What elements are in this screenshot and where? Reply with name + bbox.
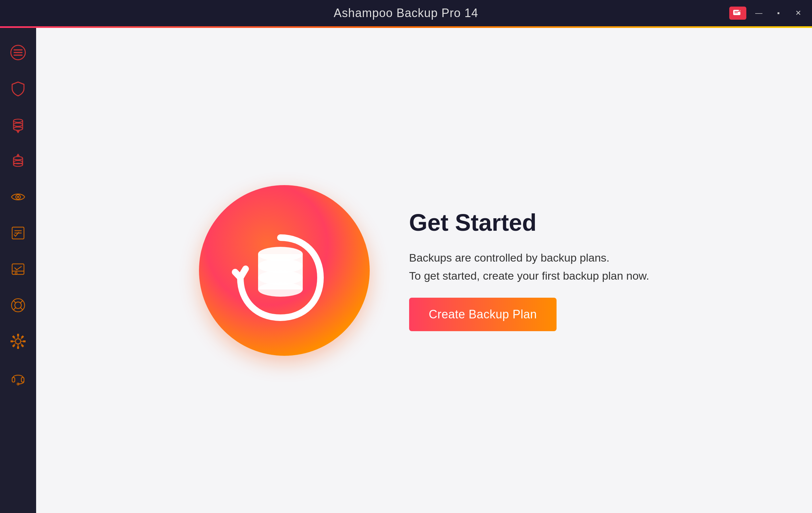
hero-circle <box>199 185 370 356</box>
content-text: Get Started Backups are controlled by ba… <box>409 210 649 331</box>
gear-icon <box>9 333 27 350</box>
svg-line-29 <box>14 307 16 309</box>
backup-hero-icon <box>232 218 337 323</box>
svg-point-24 <box>15 272 17 274</box>
minimize-button[interactable]: — <box>752 6 766 20</box>
svg-rect-41 <box>12 378 15 382</box>
get-started-title: Get Started <box>409 210 536 236</box>
svg-point-13 <box>13 156 23 160</box>
hero-image <box>199 185 370 356</box>
svg-rect-34 <box>17 346 19 349</box>
sidebar-item-create-backup[interactable] <box>0 143 36 179</box>
maximize-button[interactable]: ▪ <box>771 6 786 20</box>
window-controls: 2 — ▪ ✕ <box>729 6 806 20</box>
chat-notification-icon: 2 <box>733 9 743 17</box>
svg-point-9 <box>13 119 23 122</box>
sidebar-item-monitor[interactable] <box>0 179 36 215</box>
svg-rect-36 <box>23 340 26 342</box>
svg-line-30 <box>20 307 22 309</box>
get-started-description: Backups are controlled by backup plans. … <box>409 249 649 284</box>
shield-icon <box>9 80 27 97</box>
svg-point-25 <box>11 299 25 312</box>
verify-disk-icon <box>9 261 27 278</box>
svg-point-10 <box>13 123 23 126</box>
svg-point-32 <box>16 339 21 344</box>
svg-rect-40 <box>21 344 24 347</box>
svg-rect-37 <box>21 335 24 339</box>
sidebar-item-protection[interactable] <box>0 70 36 107</box>
create-backup-plan-button[interactable]: Create Backup Plan <box>409 298 556 331</box>
sidebar-item-verify[interactable] <box>0 251 36 287</box>
sidebar-item-support[interactable] <box>0 287 36 323</box>
sidebar-item-restore[interactable] <box>0 107 36 143</box>
sidebar-item-menu[interactable] <box>0 34 36 70</box>
upload-db-icon <box>9 152 27 169</box>
svg-line-27 <box>14 301 16 303</box>
title-bar: Ashampoo Backup Pro 14 2 — ▪ ✕ <box>0 0 812 26</box>
svg-rect-33 <box>17 334 19 336</box>
svg-point-50 <box>258 282 303 297</box>
app-title: Ashampoo Backup Pro 14 <box>334 6 478 20</box>
svg-rect-38 <box>12 344 16 347</box>
sidebar-item-tasks[interactable] <box>0 215 36 251</box>
svg-line-28 <box>20 301 22 303</box>
download-db-icon <box>9 116 27 133</box>
menu-icon <box>9 44 27 61</box>
tasks-icon <box>9 224 27 242</box>
svg-point-11 <box>13 127 23 130</box>
svg-rect-35 <box>10 340 13 342</box>
content-inner: Get Started Backups are controlled by ba… <box>129 185 720 356</box>
svg-rect-39 <box>12 335 16 339</box>
content-area: Get Started Backups are controlled by ba… <box>36 28 812 513</box>
eye-icon <box>9 188 27 206</box>
main-layout: Get Started Backups are controlled by ba… <box>0 28 812 513</box>
sidebar-item-help[interactable] <box>0 359 36 395</box>
svg-point-18 <box>17 196 19 198</box>
notification-button[interactable]: 2 <box>729 6 746 20</box>
close-button[interactable]: ✕ <box>791 6 806 20</box>
svg-rect-42 <box>21 378 24 382</box>
sidebar-item-settings[interactable] <box>0 323 36 359</box>
support-circle-icon <box>9 297 27 314</box>
sidebar <box>0 28 36 513</box>
headset-icon <box>9 369 27 386</box>
svg-point-26 <box>15 302 21 308</box>
